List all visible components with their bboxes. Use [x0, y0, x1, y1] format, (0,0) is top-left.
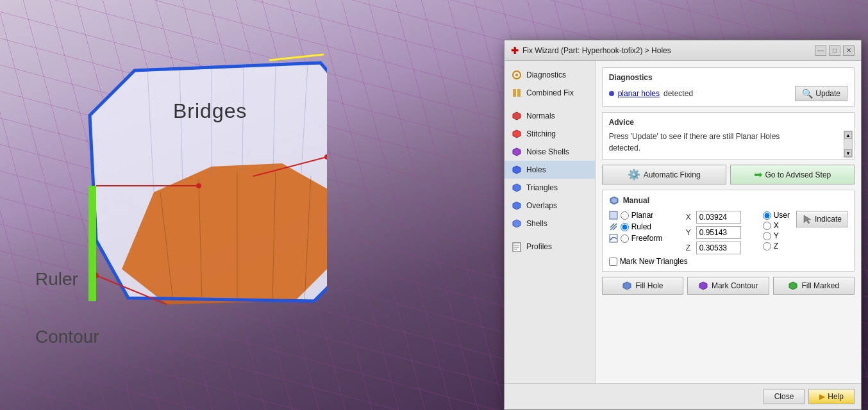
ruled-radio-row: Ruled [609, 222, 680, 231]
dialog-titlebar: ✚ Fix Wizard (Part: Hyperhook-tofix2) > … [505, 40, 861, 61]
svg-point-18 [196, 183, 201, 188]
sidebar-item-profiles[interactable]: Profiles [505, 238, 595, 256]
indicate-label: Indicate [815, 215, 842, 224]
diagnostics-text: planar holes detected [609, 89, 693, 98]
x-axis-radio[interactable] [763, 222, 771, 230]
fill-hole-button[interactable]: Fill Hole [602, 277, 683, 295]
indicate-button[interactable]: Indicate [796, 211, 847, 227]
svg-rect-42 [610, 211, 617, 219]
svg-line-24 [269, 54, 324, 60]
svg-marker-32 [513, 166, 521, 174]
sidebar-item-noise-shells[interactable]: Noise Shells [505, 143, 595, 161]
svg-marker-33 [513, 184, 521, 192]
triangles-icon [511, 182, 522, 193]
scroll-up-arrow[interactable]: ▲ [844, 131, 852, 139]
sidebar-item-combined-fix[interactable]: Combined Fix [505, 84, 595, 102]
z-input[interactable] [696, 242, 741, 254]
fill-marked-label: Fill Marked [801, 281, 839, 290]
help-button[interactable]: ▶ Help [808, 389, 855, 404]
advice-scrollbar[interactable]: ▲ ▼ [844, 131, 853, 158]
ruled-radio[interactable] [621, 223, 629, 231]
label-ruler: Ruler [35, 269, 78, 290]
user-radio[interactable] [763, 211, 771, 220]
svg-marker-31 [513, 148, 521, 156]
advice-section: Advice Press 'Update' to see if there ar… [602, 112, 855, 160]
mark-contour-icon [698, 281, 708, 291]
sidebar-item-shells[interactable]: Shells [505, 215, 595, 233]
fill-buttons-row: Fill Hole Mark Contour Fill Marked [602, 277, 855, 295]
planar-holes-link[interactable]: planar holes [618, 89, 660, 98]
sidebar-item-normals[interactable]: Normals [505, 107, 595, 125]
planar-label[interactable]: Planar [631, 211, 654, 220]
overlaps-icon [511, 200, 522, 211]
automatic-fixing-button[interactable]: ⚙️ Automatic Fixing [602, 165, 726, 184]
go-to-advised-step-button[interactable]: ➡ Go to Advised Step [730, 165, 855, 184]
z-coord-row: Z [686, 242, 756, 254]
sidebar-item-stitching[interactable]: Stitching [505, 125, 595, 143]
manual-section: Manual Planar [602, 190, 855, 272]
fill-marked-button[interactable]: Fill Marked [773, 277, 855, 295]
y-label: Y [686, 228, 694, 237]
fill-hole-icon [622, 281, 632, 291]
help-triangle-icon: ▶ [819, 392, 825, 401]
mark-contour-button[interactable]: Mark Contour [687, 277, 769, 295]
goto-label: Go to Advised Step [765, 170, 831, 179]
sidebar-item-overlaps[interactable]: Overlaps [505, 197, 595, 215]
nav-label-stitching: Stitching [526, 129, 556, 138]
nav-label-diagnostics: Diagnostics [526, 70, 566, 79]
x-axis-label[interactable]: X [774, 221, 779, 230]
y-input[interactable] [696, 226, 741, 239]
planar-radio[interactable] [621, 211, 629, 220]
planar-icon [609, 211, 618, 220]
freeform-radio-row: Freeform [609, 234, 680, 243]
right-panel: Diagnostics planar holes detected 🔍 Upda… [596, 61, 861, 383]
z-axis-label[interactable]: Z [774, 242, 778, 250]
y-axis-label[interactable]: Y [774, 231, 779, 240]
sidebar-item-holes[interactable]: Holes [505, 161, 595, 179]
x-label: X [686, 213, 694, 222]
dialog-controls[interactable]: — □ ✕ [815, 45, 855, 56]
user-label[interactable]: User [774, 211, 790, 220]
advice-title: Advice [609, 118, 847, 127]
dialog-title-left: ✚ Fix Wizard (Part: Hyperhook-tofix2) > … [511, 45, 671, 56]
diagnostics-title: Diagnostics [609, 73, 847, 82]
mark-new-triangles-row: Mark New Triangles [609, 257, 847, 266]
ruled-label[interactable]: Ruled [631, 222, 651, 231]
y-coord-row: Y [686, 226, 756, 239]
z-axis-radio[interactable] [763, 242, 771, 250]
dialog-body: Diagnostics Combined Fix Normals Stitchi [505, 61, 861, 383]
indicate-area: Indicate [796, 211, 847, 227]
update-btn-label: Update [815, 89, 840, 98]
sidebar-item-triangles[interactable]: Triangles [505, 179, 595, 197]
nav-label-triangles: Triangles [526, 183, 558, 192]
freeform-label[interactable]: Freeform [631, 234, 663, 243]
x-input[interactable] [696, 211, 741, 224]
svg-marker-29 [513, 112, 521, 120]
wrench-icon [511, 69, 522, 81]
combined-fix-icon [511, 87, 522, 99]
y-axis-radio[interactable] [763, 232, 771, 240]
mark-triangles-checkbox[interactable] [609, 258, 617, 266]
close-title-button[interactable]: ✕ [843, 45, 855, 56]
dialog-footer: Close ▶ Help [505, 383, 861, 409]
update-button[interactable]: 🔍 Update [795, 86, 847, 101]
sidebar-item-diagnostics[interactable]: Diagnostics [505, 66, 595, 84]
left-nav: Diagnostics Combined Fix Normals Stitchi [505, 61, 596, 383]
freeform-radio[interactable] [621, 234, 629, 243]
minimize-button[interactable]: — [815, 45, 826, 56]
mark-contour-label: Mark Contour [712, 281, 758, 290]
scroll-down-arrow[interactable]: ▼ [844, 149, 852, 157]
normals-cube-icon [511, 110, 522, 122]
close-button[interactable]: Close [764, 389, 805, 404]
mark-triangles-label[interactable]: Mark New Triangles [620, 257, 688, 266]
axis-options: User X Y Z [763, 211, 790, 250]
manual-title: Manual [623, 196, 649, 205]
diagnostics-dot [609, 91, 614, 96]
holes-icon [511, 164, 522, 176]
nav-label-normals: Normals [526, 111, 555, 120]
label-contour: Contour [35, 327, 99, 347]
svg-marker-34 [513, 202, 521, 209]
maximize-button[interactable]: □ [829, 45, 840, 56]
nav-label-profiles: Profiles [526, 242, 552, 251]
gear-icon: ⚙️ [628, 168, 640, 181]
